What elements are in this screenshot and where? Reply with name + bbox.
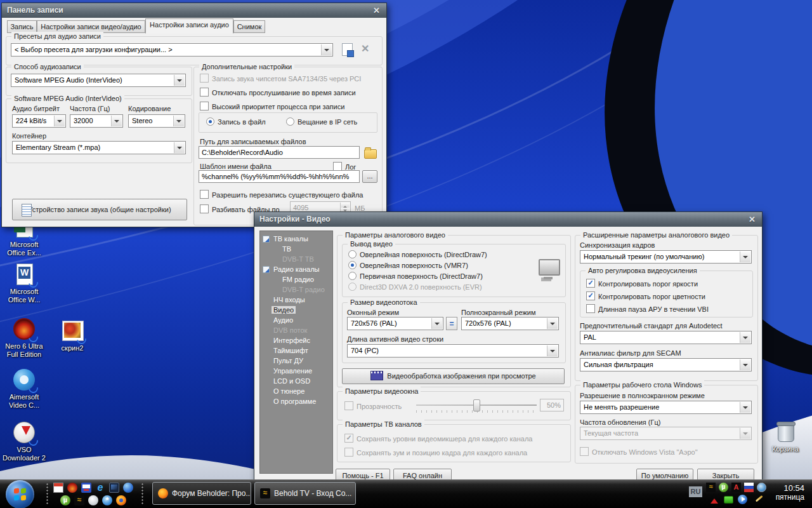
taskbar-clock[interactable]: 10:54 пятница [776,483,804,502]
tab-snapshot[interactable]: Снимок [233,20,265,33]
wand-icon[interactable] [752,495,761,504]
internet-explorer-icon[interactable]: e [95,483,105,493]
desktop-icon-vso[interactable]: VSO Downloader 2 [0,421,48,462]
globe-icon[interactable] [123,483,133,493]
browse-folder-icon[interactable] [364,149,377,159]
clock-icon[interactable] [88,495,98,505]
behold-tv-tray-icon[interactable]: ≈ [706,483,716,492]
tree-item-timeshift[interactable]: Таймшифт [260,345,332,356]
image-thumbnail-icon [61,319,84,342]
tree-item-tv-channels[interactable]: ТВ каналы [260,234,332,244]
autodetect-standard-combo[interactable]: PAL [580,331,752,344]
nero-icon[interactable] [67,483,77,493]
sound-device-button[interactable]: Устройство записи звука (общие настройки… [12,199,187,220]
save-zoom-checkbox: Сохранять зум и позицию кадра для каждог… [344,448,527,457]
audio-method-combo[interactable]: Software MPEG Audio (InterVideo) [11,74,186,87]
expand-icon[interactable] [263,236,270,243]
updown-arrow-icon[interactable] [710,495,719,504]
tab-record[interactable]: Запись [7,20,37,33]
desktop-icon-nero[interactable]: Nero 6 Ultra Full Edition [0,318,48,359]
bitrate-combo[interactable]: 224 kBit/s [12,114,66,128]
display-icon[interactable] [109,483,119,493]
desktop-icon-word[interactable]: W Microsoft Office W... [0,263,48,304]
overlay-dd7-radio[interactable]: Оверлейная поверхность (DirectDraw7) [348,250,487,259]
quicklaunch-grip[interactable] [46,483,49,505]
preset-combo[interactable]: < Выбор пресета для загрузки конфигураци… [11,43,333,57]
taskbar-grip[interactable] [141,483,144,505]
vso-downloader-icon [13,421,36,444]
agc-pause-checkbox[interactable]: Длинная пауза АРУ в течении VBI [586,304,709,314]
close-icon[interactable]: ✕ [747,214,757,225]
media-player-icon[interactable] [738,495,747,504]
desktop-icon-skrin2[interactable]: скрин2 [48,319,96,352]
video-processing-button[interactable]: Видеообработка изображения при просмотре [342,368,565,384]
desktop-icon-recycle-bin[interactable]: Корзина [761,420,809,453]
active-line-label: Длина активной видео строки [347,335,443,344]
desktop-icon-aimersoft[interactable]: Aimersoft Video C... [0,368,48,410]
dxva-evr-radio: Direct3D DXVA 2.0 поверхность (EVR) [348,283,482,291]
frequency-combo[interactable]: 32000 [70,114,123,128]
battery-icon[interactable] [724,496,733,504]
tree-item-about-tuner[interactable]: О тюнере [260,386,332,396]
russian-flag-icon[interactable] [744,483,754,492]
equals-button[interactable]: = [446,317,457,330]
media-file-icon[interactable] [53,483,63,493]
broadcast-ip-radio[interactable]: Вещание в IP сеть [286,117,357,126]
active-line-combo[interactable]: 704 (PC) [347,344,559,358]
taskbar-button-firefox[interactable]: Форум Beholder: Про... [152,482,251,505]
high-priority-checkbox[interactable]: Высокий приоритет процесса при записи [200,102,344,111]
utorrent-tray-icon[interactable]: µ [719,483,728,492]
windowed-size-combo[interactable]: 720x576 (PAL) [347,317,443,330]
behold-tv-icon[interactable]: ≈ [74,495,84,505]
autodetect-standard-label: Предпочтительный стандарт для Autodetect [580,322,723,330]
floppy-icon[interactable] [81,483,91,493]
tree-item-audio[interactable]: Аудио [260,315,332,325]
tree-item-about-program[interactable]: О программе [260,396,332,406]
chroma-threshold-checkbox[interactable]: Контролировать порог цветности [586,291,705,301]
brightness-threshold-checkbox[interactable]: Контролировать порог яркости [586,279,698,288]
secam-filter-combo[interactable]: Сильная фильтрация [580,358,752,371]
record-path-input[interactable]: C:\Beholder\Record\Audio [199,146,360,159]
start-button[interactable] [6,480,34,508]
utorrent-icon[interactable]: µ [60,495,70,505]
filename-template-input[interactable]: %channel% (%yy%%mm%%dd%-%hh%%nn% [199,170,360,183]
tree-item-control[interactable]: Управление [260,366,332,376]
tree-item-radio-channels[interactable]: Радио каналы [260,264,332,274]
tree-item-fm-radio[interactable]: FM радио [260,274,332,284]
fullscreen-resolution-combo[interactable]: Не менять разрешение [580,401,752,414]
container-combo[interactable]: Elementary Stream (*.mpa) [12,141,186,154]
snowflake-icon[interactable]: * [102,495,112,505]
delete-preset-icon[interactable]: ✕ [361,44,369,54]
template-more-button[interactable]: ... [362,170,377,183]
tab-audio-settings[interactable]: Настройки записи аудио [145,18,233,34]
tree-item-remote[interactable]: Пульт ДУ [260,356,332,366]
tree-item-tv[interactable]: ТВ [260,244,332,254]
record-to-file-radio[interactable]: Запись в файл [206,117,266,126]
mute-monitoring-checkbox[interactable]: Отключать прослушивание во время записи [200,88,356,97]
overwrite-checkbox[interactable]: Разрешить перезапись существующего файла [200,190,363,199]
group-label: Расширенные параметры аналогового видео [580,231,732,239]
settings-titlebar[interactable]: Настройки - Видео ✕ [254,212,762,227]
refresh-rate-combo: Текущая частота [580,427,752,440]
expand-icon[interactable] [263,266,270,273]
overlay-vmr7-radio[interactable]: Оверлейная поверхность (VMR7) [348,261,468,270]
tab-video-audio-settings[interactable]: Настройки записи видео/аудио [37,20,145,33]
recording-panel-titlebar[interactable]: Панель записи ✕ [2,3,386,18]
close-icon[interactable]: ✕ [371,5,382,16]
tree-item-interface[interactable]: Интерфейс [260,335,332,345]
coding-combo[interactable]: Stereo [128,114,185,128]
save-preset-icon[interactable] [342,43,353,56]
tree-item-video[interactable]: Видео [260,305,332,315]
tree-item-lcd-osd[interactable]: LCD и OSD [260,376,332,386]
tree-item-lf-inputs[interactable]: НЧ входы [260,295,332,305]
blue-ring-icon[interactable] [757,483,766,492]
frame-sync-combo[interactable]: Нормальный трекинг (по умолчанию) [580,250,752,264]
fullscreen-size-combo[interactable]: 720x576 (PAL) [461,317,559,330]
taskbar-button-beholdtv[interactable]: ≈ Behold TV - Вход Со... [254,482,356,505]
monitor-icon [539,259,560,276]
punto-switcher-icon[interactable]: A [731,483,741,492]
firefox-icon[interactable] [116,495,126,505]
group-label: Параметры видеоокна [343,387,421,396]
primary-dd7-radio[interactable]: Первичная поверхность (DirectDraw7) [348,272,483,281]
language-indicator[interactable]: RU [689,486,702,497]
